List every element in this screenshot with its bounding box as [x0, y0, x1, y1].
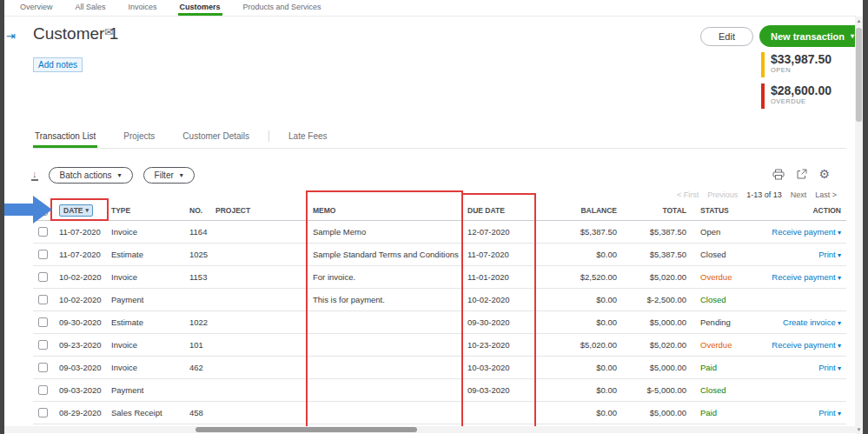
- cell-status: Paid: [692, 363, 759, 372]
- cell-total: $5,387.50: [622, 227, 692, 237]
- column-header-memo[interactable]: MEMO: [308, 206, 462, 215]
- vertical-scrollbar-thumb[interactable]: [856, 28, 862, 122]
- pagination-range: 1-13 of 13: [746, 190, 782, 199]
- column-header-date[interactable]: DATE▾: [54, 204, 106, 217]
- caret-down-icon: ▾: [836, 319, 841, 327]
- print-icon[interactable]: [772, 169, 785, 180]
- edit-button[interactable]: Edit: [700, 27, 753, 46]
- row-checkbox[interactable]: [38, 385, 48, 395]
- row-action-link[interactable]: Print ▾: [818, 250, 841, 259]
- cell-total: $-5,000.00: [622, 385, 692, 395]
- column-header-no[interactable]: NO.: [184, 206, 210, 215]
- nav-tab-invoices[interactable]: Invoices: [127, 0, 159, 16]
- column-header-total[interactable]: TOTAL: [622, 206, 692, 215]
- overdue-label: OVERDUE: [771, 97, 832, 105]
- caret-down-icon: ▾: [836, 251, 841, 259]
- row-checkbox[interactable]: [38, 295, 48, 304]
- row-checkbox-cell: [33, 295, 54, 304]
- export-list-icon[interactable]: ↓: [31, 170, 38, 181]
- horizontal-scrollbar[interactable]: [4, 426, 855, 433]
- caret-down-icon: ▾: [836, 342, 841, 350]
- tab-customer-details[interactable]: Customer Details: [181, 127, 251, 148]
- cell-status: Closed: [692, 250, 759, 259]
- row-checkbox[interactable]: [38, 363, 48, 372]
- cell-memo: Sample Standard Terms and Conditions (T&…: [308, 250, 462, 259]
- scroll-up-icon[interactable]: ▲: [855, 18, 863, 23]
- cell-action: Print ▾: [759, 363, 846, 372]
- cell-status: Closed: [692, 385, 759, 395]
- scroll-down-icon[interactable]: ▼: [855, 427, 863, 432]
- tab-transaction-list[interactable]: Transaction List: [33, 127, 97, 148]
- table-row: 09-23-2020Invoice10110-23-2020$5,020.00$…: [33, 334, 846, 357]
- envelope-icon[interactable]: ✉: [104, 26, 113, 38]
- column-header-balance[interactable]: BALANCE: [535, 206, 622, 215]
- tab-projects[interactable]: Projects: [122, 127, 156, 148]
- table-row: 10-02-2020PaymentThis is for payment.10-…: [33, 289, 846, 311]
- cell-action: Receive payment ▾: [759, 227, 846, 237]
- vertical-scrollbar[interactable]: ▲ ▼: [855, 17, 863, 434]
- gear-icon[interactable]: ⚙: [818, 168, 830, 180]
- nav-tab-overview[interactable]: Overview: [18, 0, 55, 16]
- add-notes-link[interactable]: Add notes: [33, 57, 83, 72]
- tab-divider: [268, 130, 269, 142]
- pagination-next[interactable]: Next: [791, 190, 807, 199]
- row-checkbox[interactable]: [38, 227, 48, 237]
- cell-action: Print ▾: [759, 250, 846, 259]
- row-checkbox-cell: [33, 227, 54, 237]
- row-action-link[interactable]: Print ▾: [818, 408, 841, 417]
- pagination-previous[interactable]: Previous: [707, 190, 738, 199]
- new-transaction-button[interactable]: New transaction ▾: [759, 25, 865, 47]
- cell-date: 09-30-2020: [54, 317, 106, 327]
- nav-tab-products-and-services[interactable]: Products and Services: [242, 0, 323, 16]
- row-checkbox[interactable]: [38, 317, 48, 327]
- table-row: 09-30-2020Estimate102209-30-2020$0.00$5,…: [33, 311, 846, 334]
- row-checkbox[interactable]: [38, 272, 48, 282]
- row-checkbox[interactable]: [38, 340, 48, 350]
- toolbar: ↓ Batch actions ▾ Filter ▾: [31, 164, 195, 185]
- row-checkbox-cell: [33, 408, 54, 417]
- column-header-action[interactable]: ACTION: [759, 206, 846, 215]
- pagination-last[interactable]: Last >: [815, 190, 837, 199]
- open-label: OPEN: [771, 66, 832, 74]
- cell-balance: $5,387.50: [535, 227, 622, 237]
- tab-late-fees[interactable]: Late Fees: [287, 127, 328, 148]
- batch-actions-button[interactable]: Batch actions ▾: [49, 167, 133, 184]
- table-row: 08-29-2020Sales Receipt458$0.00$5,000.00…: [33, 402, 846, 424]
- column-header-project[interactable]: PROJECT: [210, 206, 308, 215]
- export-icon[interactable]: [796, 169, 807, 180]
- cell-no: 462: [184, 363, 210, 372]
- caret-down-icon: ▾: [180, 171, 183, 179]
- collapse-sidebar-icon[interactable]: ⇥: [6, 30, 16, 43]
- cell-no: 1153: [184, 272, 210, 282]
- cell-balance: $0.00: [535, 408, 622, 417]
- open-amount: $33,987.50: [771, 52, 832, 66]
- cell-balance: $5,020.00: [535, 340, 622, 350]
- table-row: 09-03-2020Invoice46210-03-2020$0.00$5,00…: [33, 357, 846, 379]
- row-action-link[interactable]: Print ▾: [818, 363, 841, 372]
- row-checkbox[interactable]: [38, 250, 48, 259]
- window-edge-right: [863, 0, 868, 434]
- cell-type: Estimate: [106, 250, 184, 259]
- window-edge-left: [0, 0, 4, 434]
- select-all-checkbox[interactable]: [38, 206, 48, 216]
- row-checkbox[interactable]: [38, 408, 48, 417]
- row-action-link[interactable]: Receive payment ▾: [772, 340, 841, 350]
- cell-status: Closed: [692, 295, 759, 304]
- nav-tab-customers[interactable]: Customers: [178, 0, 222, 16]
- column-header-due-date[interactable]: DUE DATE: [462, 206, 535, 215]
- column-header-status[interactable]: STATUS: [692, 206, 759, 215]
- row-action-link[interactable]: Receive payment ▾: [772, 272, 841, 282]
- overdue-amount: $28,600.00: [771, 83, 832, 97]
- row-action-link[interactable]: Create invoice ▾: [783, 317, 841, 327]
- row-action-link[interactable]: Receive payment ▾: [772, 227, 841, 237]
- sort-chip-date[interactable]: DATE▾: [59, 204, 93, 217]
- pagination-first[interactable]: < First: [677, 190, 699, 199]
- nav-tab-all-sales[interactable]: All Sales: [74, 0, 108, 16]
- filter-button[interactable]: Filter ▾: [143, 167, 195, 184]
- horizontal-scrollbar-thumb[interactable]: [195, 427, 417, 432]
- cell-status: Overdue: [692, 340, 759, 350]
- column-header-type[interactable]: TYPE: [106, 206, 184, 215]
- row-checkbox-cell: [33, 272, 54, 282]
- row-checkbox-cell: [33, 363, 54, 372]
- cell-due-date: 09-03-2020: [462, 385, 535, 395]
